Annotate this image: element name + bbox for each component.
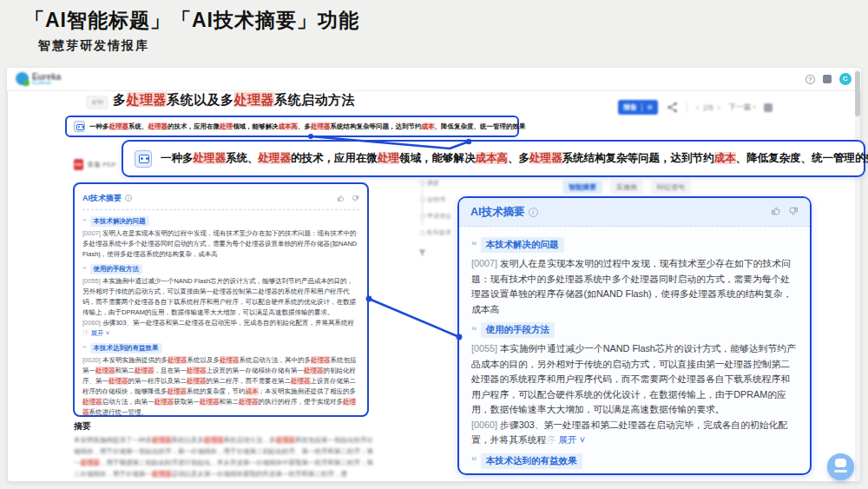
summary-paragraph: [0060] 步骤303、第一处理器和第二处理器在启动完毕，完成各自的初始化配置… [82, 318, 359, 339]
summary-section: “本技术达到的有益效果[0020] 本发明实施例提供的多处理器系统以及多处理器系… [471, 453, 798, 476]
panel-body: “本技术解决的问题[0007] 发明人在是实现本发明的过程中发现，现有技术至少存… [459, 227, 810, 475]
tab-feature-sentences[interactable]: 特征语句 [651, 181, 691, 194]
anchor-nav: 摘要 说明书 申请信息 权利要求 [418, 179, 451, 261]
toolbar-divider [687, 102, 687, 113]
paragraph-ref: [0020] [82, 356, 102, 364]
slide-subtitle: 智慧芽研发情报库 [38, 38, 149, 54]
quote-icon: “ [471, 239, 477, 252]
summary-tabs: 智能摘要 实施例 特征语句 [562, 181, 691, 194]
paragraph-ref: [0060] [82, 319, 102, 327]
paragraph-ref: [0055] [471, 343, 500, 354]
nav-item-application[interactable]: 申请信息 [418, 212, 451, 221]
assistant-chat-button[interactable] [827, 453, 854, 480]
button-divider [641, 103, 642, 112]
expand-link[interactable]: 展开 ˅ [556, 434, 585, 445]
pdf-icon: PDF [74, 159, 83, 170]
share-icon[interactable] [667, 102, 678, 113]
paragraph-ref: [0060] [471, 420, 500, 430]
pager-count: 2/8 [703, 103, 713, 112]
expand-link[interactable]: 展开 ˅ [89, 329, 110, 337]
slide-title: 「AI智能标题」「AI技术摘要」功能 [24, 7, 359, 34]
scrollbar-thumb[interactable] [855, 71, 860, 116]
abstract-heading: 摘要 [74, 420, 91, 433]
slide: 「AI智能标题」「AI技术摘要」功能 智慧芽研发情报库 Eureka by pa… [0, 0, 868, 489]
nav-item-description[interactable]: 说明书 [418, 195, 451, 204]
summary-section-label: 使用的手段方法 [90, 264, 143, 274]
summary-paragraph: [0020] 本发明实施例提供的多处理器系统以及多处理器系统启动方法，其中的多处… [82, 355, 359, 417]
star-icon[interactable]: ☆ [647, 103, 653, 111]
summary-section-label: 本技术达到的有益效果 [481, 453, 582, 469]
nav-item-abstract[interactable]: 摘要 [418, 179, 451, 188]
summary-paragraph: [0055] 本实施例中通过减少一个NAND Flash芯片的设计方式，能够达到… [471, 341, 798, 418]
apps-grid-icon[interactable] [823, 75, 832, 83]
summary-section: “本技术解决的问题[0007] 发明人在是实现本发明的过程中发现，现有技术至少存… [82, 216, 359, 260]
quote-icon: “ [82, 217, 87, 226]
eureka-logo[interactable]: Eureka by patsnap [16, 72, 61, 85]
info-icon[interactable]: i [125, 195, 132, 202]
logo-text: Eureka [32, 73, 61, 81]
thumbs-up-icon[interactable] [771, 204, 781, 220]
summary-section: “本技术达到的有益效果[0020] 本发明实施例提供的多处理器系统以及多处理器系… [82, 343, 359, 417]
summary-section-label: 使用的手段方法 [481, 322, 556, 338]
paragraph-ref: [0055] [82, 277, 102, 285]
ai-summary-panel: AI技术摘要 i “本技术解决的问题[0007] 发明人在是实现本发明的过程中发… [73, 182, 369, 417]
ai-title-callout-magnified: 一种多处理器系统、处理器的技术，应用在微处理领域，能够解决成本高、多处理器系统结… [122, 140, 865, 177]
tab-smart-summary[interactable]: 智能摘要 [562, 181, 602, 194]
pdf-label: 查看 PDF [87, 160, 116, 169]
avatar[interactable]: C [839, 73, 852, 85]
summary-section-label: 本技术解决的问题 [481, 237, 564, 253]
thumbs-down-icon[interactable] [788, 204, 799, 220]
thumbs-down-icon[interactable] [352, 190, 359, 206]
summary-paragraph: [0007] 发明人在是实现本发明的过程中发现，现有技术至少存在如下的技术问题：… [471, 256, 798, 317]
scrollbar-track[interactable] [855, 69, 860, 481]
summary-paragraph: [0055] 本实施例中通过减少一个NAND Flash芯片的设计方式，能够达到… [82, 276, 359, 318]
ai-robot-icon [135, 150, 152, 168]
eureka-logo-icon [16, 72, 29, 85]
info-icon[interactable]: i [529, 208, 538, 217]
ai-title-text-magnified: 一种多处理器系统、处理器的技术，应用在微处理领域，能够解决成本高、多处理器系统结… [161, 151, 868, 166]
summary-section-label: 本技术解决的问题 [90, 216, 149, 227]
summary-paragraph: [0060] 步骤303、第一处理器和第二处理器在启动完毕，完成各自的初始化配置… [471, 418, 798, 448]
summary-section-label: 本技术达到的有益效果 [90, 343, 162, 354]
ai-summary-panel-magnified: AI技术摘要 i “本技术解决的问题[0007] 发明人在是实现本发明的过程中发… [457, 196, 812, 475]
panel-title: AI技术摘要 [470, 205, 525, 220]
quote-icon: “ [471, 324, 477, 337]
summary-paragraph: [0007] 发明人在是实现本发明的过程中发现，现有技术至少存在如下的技术问题：… [82, 228, 359, 260]
nav-item-claims[interactable]: 权利要求 [418, 228, 451, 237]
next-page-icon[interactable]: › [718, 103, 720, 112]
ai-robot-icon [74, 121, 85, 132]
paragraph-ref: [0020] [471, 474, 500, 476]
panel-body: “本技术解决的问题[0007] 发明人在是实现本发明的过程中发现，现有技术至少存… [82, 210, 359, 417]
paragraph-ref: [0007] [82, 229, 102, 237]
panel-title: AI技术摘要 [82, 193, 122, 204]
quote-icon: “ [82, 265, 87, 274]
quote-icon: “ [82, 344, 87, 353]
tab-embodiments[interactable]: 实施例 [610, 181, 643, 194]
paragraph-ref: [0007] [471, 258, 500, 268]
summary-section: “使用的手段方法[0055] 本实施例中通过减少一个NAND Flash芯片的设… [471, 322, 798, 448]
ai-title-text: 一种多处理器系统、处理器的技术，应用在微处理领域，能够解决成本高、多处理器系统结… [89, 122, 526, 131]
app-header [7, 68, 861, 91]
ai-title-line: 一种多处理器系统、处理器的技术，应用在微处理领域，能够解决成本高、多处理器系统结… [65, 116, 519, 137]
report-label: 报告 [623, 102, 637, 112]
next-doc-button[interactable]: 下一篇 › [729, 102, 756, 113]
view-pdf-link[interactable]: PDF 查看 PDF [74, 159, 116, 170]
filter-icon[interactable] [418, 249, 426, 257]
report-button[interactable]: 报告 ☆ [618, 100, 658, 115]
summary-section: “使用的手段方法[0055] 本实施例中通过减少一个NAND Flash芯片的设… [82, 264, 359, 339]
toolbar: 报告 ☆ ‹ 2/8 › 下一篇 › [618, 100, 773, 115]
thumbs-up-icon[interactable] [337, 190, 345, 206]
summary-section: “本技术解决的问题[0007] 发明人在是实现本发明的过程中发现，现有技术至少存… [471, 237, 798, 317]
abstract-text-blurred: 本发明实施例提供了一种多处理器系统以及多处理器系统启动方法，多处理器系统包括第一… [74, 434, 373, 479]
layout-icon[interactable] [764, 103, 773, 112]
help-icon[interactable]: ? [806, 75, 815, 84]
prev-page-icon[interactable]: ‹ [696, 103, 699, 112]
patent-title: 多处理器系统以及多处理器系统启动方法 [113, 92, 355, 109]
patent-type-tag: 发明 [87, 96, 108, 109]
quote-icon: “ [471, 454, 477, 467]
summary-paragraph: [0020] 本发明实施例提供的多处理器系统以及多处理器系统启动方法，其中的多处… [471, 472, 798, 476]
